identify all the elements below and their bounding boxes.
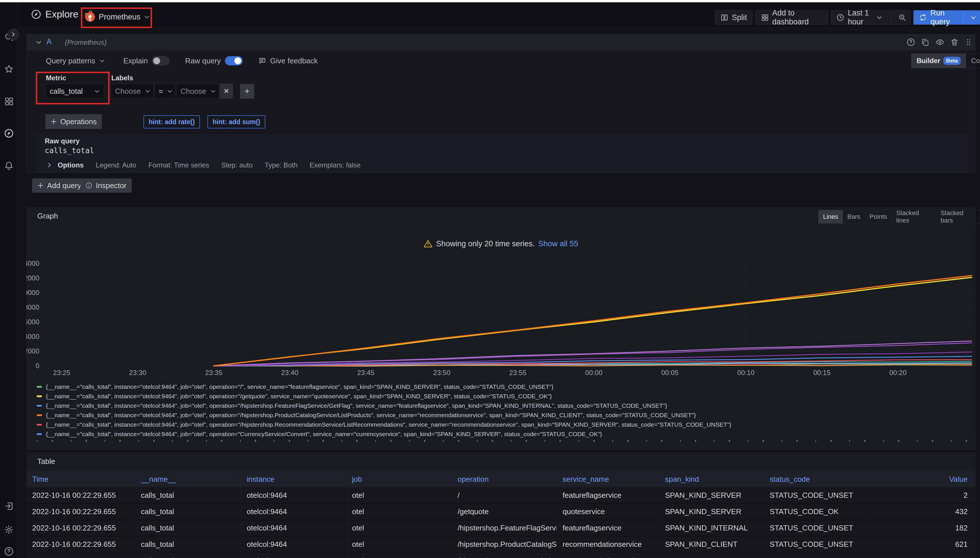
raw-query-toggle[interactable] bbox=[225, 56, 243, 66]
dashboards-icon[interactable] bbox=[4, 96, 14, 106]
give-feedback-link[interactable]: Give feedback bbox=[270, 56, 318, 66]
query-toolbar: Query patterns Explain Raw query Give fe… bbox=[46, 55, 318, 67]
legend-swatch bbox=[37, 414, 42, 416]
metric-select[interactable]: calls_total bbox=[45, 84, 104, 98]
help-circle-icon[interactable] bbox=[906, 38, 915, 46]
legend-item[interactable]: {__name__="calls_total", instance="otelc… bbox=[37, 410, 969, 420]
add-to-dashboard-label: Add to dashboard bbox=[772, 8, 823, 26]
sidebar bbox=[0, 2, 18, 558]
sign-in-icon[interactable] bbox=[4, 501, 14, 511]
collapse-chevron-icon[interactable] bbox=[36, 39, 42, 45]
sidebar-expand-button[interactable] bbox=[8, 29, 19, 40]
inspector-button[interactable]: Inspector bbox=[81, 178, 132, 193]
warning-triangle-icon bbox=[423, 239, 432, 248]
label-operator-select[interactable]: = bbox=[155, 84, 176, 98]
run-query-button[interactable]: Run query bbox=[913, 10, 980, 25]
remove-label-filter-button[interactable]: ✕ bbox=[220, 84, 233, 98]
query-row-header[interactable] bbox=[26, 34, 975, 51]
legend-label: {__name__="calls_total", instance="otelc… bbox=[46, 421, 731, 428]
series-line-11 bbox=[214, 276, 972, 366]
query-datasource-hint: (Prometheus) bbox=[65, 38, 107, 46]
graph-style-tab-bars[interactable]: Bars bbox=[843, 210, 865, 223]
table-header-status-code[interactable]: status_code bbox=[764, 471, 870, 487]
y-axis-label: 12000 bbox=[26, 274, 39, 282]
alerting-bell-icon[interactable] bbox=[4, 161, 14, 170]
legend-item[interactable]: {__name__="calls_total", instance="otelc… bbox=[37, 429, 969, 439]
code-mode-tab[interactable]: Code bbox=[966, 54, 980, 68]
info-circle-icon bbox=[86, 182, 92, 189]
datasource-picker[interactable]: Prometheus bbox=[85, 10, 150, 23]
legend-item[interactable]: {__name__="calls_total", instance="otelc… bbox=[37, 420, 969, 429]
builder-mode-tab[interactable]: Builder Beta bbox=[911, 54, 966, 68]
eye-icon[interactable] bbox=[935, 38, 944, 47]
chevron-down-icon[interactable] bbox=[99, 58, 105, 64]
duplicate-icon[interactable] bbox=[921, 38, 929, 46]
star-icon[interactable] bbox=[4, 64, 14, 74]
query-hint-button[interactable]: hint: add rate() bbox=[143, 115, 200, 128]
table-cell: 2022-10-16 00:22:29.655 bbox=[26, 487, 135, 503]
table-header-operation[interactable]: operation bbox=[452, 471, 557, 487]
table-cell: SPAN_KIND_SERVER bbox=[659, 487, 764, 503]
table-cell: STATUS_CODE_UNSET bbox=[764, 537, 870, 552]
add-label-filter-button[interactable]: + bbox=[240, 84, 254, 98]
run-query-main[interactable]: Run query bbox=[914, 11, 960, 25]
table-cell: otelcol:9464 bbox=[241, 553, 346, 558]
timeseries-chart[interactable]: 0200040006000800010000120001400023:2523:… bbox=[26, 257, 975, 382]
search-minus-icon bbox=[898, 13, 906, 21]
explore-compass-icon[interactable] bbox=[4, 128, 14, 138]
legend-label: {__name__="calls_total", instance="otelc… bbox=[46, 383, 553, 390]
table-cell: 2 bbox=[870, 487, 975, 503]
table-header-instance[interactable]: instance bbox=[241, 471, 346, 487]
table-header-value[interactable]: Value bbox=[870, 471, 975, 487]
y-axis-label: 10000 bbox=[26, 289, 39, 297]
legend-item[interactable]: {__name__="calls_total", instance="otelc… bbox=[37, 382, 969, 391]
label-value-select[interactable]: Choose bbox=[176, 84, 219, 98]
zoom-out-time-button[interactable] bbox=[894, 11, 910, 25]
table-cell: otelcol:9464 bbox=[241, 537, 346, 552]
graph-style-tab-lines[interactable]: Lines bbox=[819, 210, 843, 223]
table-header--name-[interactable]: __name__ bbox=[135, 471, 241, 487]
table-header-job[interactable]: job bbox=[346, 471, 452, 487]
label-key-select[interactable]: Choose bbox=[111, 84, 154, 98]
query-hint-button[interactable]: hint: add sum() bbox=[207, 115, 265, 128]
query-options-row[interactable]: Options Legend: AutoFormat: Time seriesS… bbox=[37, 158, 967, 172]
x-axis-label: 00:10 bbox=[737, 369, 755, 376]
operations-button[interactable]: Operations bbox=[45, 114, 102, 129]
table-header-time[interactable]: Time bbox=[26, 471, 135, 487]
graph-style-tab-stacked-lines[interactable]: Stacked lines bbox=[892, 210, 936, 223]
chevron-right-icon bbox=[47, 162, 53, 168]
run-query-dropdown[interactable] bbox=[967, 11, 980, 25]
show-all-series-link[interactable]: Show all 55 bbox=[538, 240, 578, 248]
drag-handle-icon[interactable] bbox=[965, 38, 973, 46]
option-summary-item: Step: auto bbox=[221, 161, 252, 169]
table-header-span-kind[interactable]: span_kind bbox=[659, 471, 764, 487]
metric-label: Metric bbox=[46, 74, 66, 82]
x-axis-label: 00:05 bbox=[661, 369, 679, 376]
query-ref-id[interactable]: A bbox=[46, 37, 52, 46]
graph-style-tab-stacked-bars[interactable]: Stacked bars bbox=[936, 210, 980, 223]
y-axis-label: 8000 bbox=[26, 304, 39, 311]
add-to-dashboard-button[interactable]: Add to dashboard bbox=[755, 10, 828, 25]
legend-item[interactable]: {__name__="calls_total", instance="otelc… bbox=[37, 391, 969, 401]
chevron-down-icon bbox=[970, 15, 976, 20]
y-axis-label: 14000 bbox=[26, 259, 39, 267]
legend-label: {__name__="calls_total", instance="otelc… bbox=[46, 412, 696, 419]
chevron-down-icon bbox=[145, 88, 151, 94]
split-button[interactable]: Split bbox=[715, 10, 753, 25]
explain-toggle[interactable] bbox=[152, 56, 169, 66]
explore-header: Explore bbox=[31, 8, 93, 20]
time-range-picker[interactable]: Last 1 hour bbox=[831, 11, 887, 25]
add-query-button[interactable]: Add query bbox=[32, 178, 86, 193]
table-header-service-name[interactable]: service_name bbox=[557, 471, 659, 487]
x-axis-label: 23:30 bbox=[129, 369, 146, 376]
legend-item[interactable]: {__name__="calls_total", instance="otelc… bbox=[37, 401, 969, 410]
query-patterns-label[interactable]: Query patterns bbox=[46, 56, 95, 66]
graph-style-tab-points[interactable]: Points bbox=[865, 210, 892, 223]
raw-query-label: Raw query bbox=[45, 137, 79, 145]
help-icon[interactable] bbox=[4, 547, 14, 556]
table-cell: 2022-10-16 00:22:29.655 bbox=[26, 537, 135, 552]
trash-icon[interactable] bbox=[950, 38, 959, 46]
settings-gear-icon[interactable] bbox=[4, 525, 14, 535]
metric-value: calls_total bbox=[49, 87, 83, 96]
table-row: 2022-10-16 00:22:29.655calls_totalotelco… bbox=[26, 537, 975, 553]
